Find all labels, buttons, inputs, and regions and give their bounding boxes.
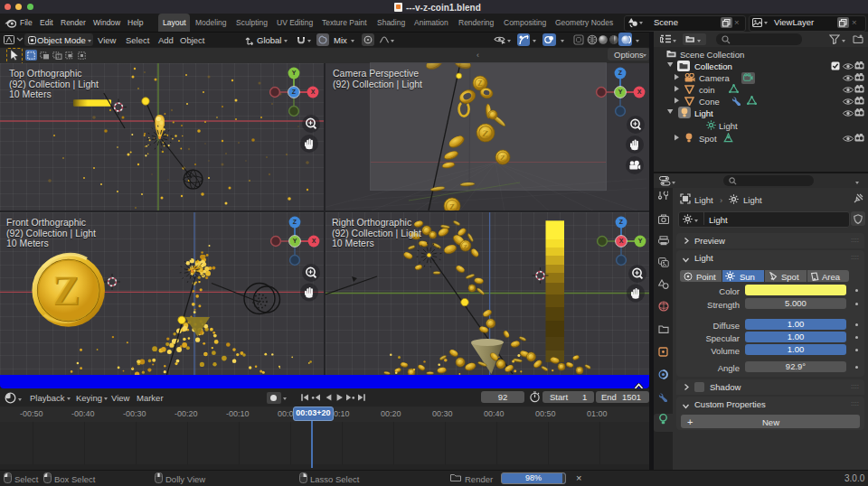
svg-text:Z: Z — [477, 79, 482, 88]
svg-text:Y: Y — [618, 89, 623, 95]
svg-text:Y: Y — [292, 70, 297, 76]
svg-text:Y: Y — [293, 238, 297, 244]
svg-text:Z: Z — [52, 267, 80, 313]
svg-text:Y: Y — [638, 238, 643, 244]
svg-text:Z: Z — [619, 219, 624, 225]
svg-text:Z: Z — [292, 89, 297, 95]
svg-text:X: X — [619, 238, 624, 244]
svg-text:X: X — [312, 238, 316, 244]
svg-text:Z: Z — [618, 70, 623, 76]
svg-text:X: X — [637, 89, 642, 95]
svg-text:Z: Z — [449, 202, 455, 211]
svg-text:Z: Z — [293, 219, 297, 225]
svg-text:Z: Z — [464, 244, 467, 249]
svg-text:X: X — [311, 89, 316, 95]
svg-text:Z: Z — [500, 154, 505, 162]
